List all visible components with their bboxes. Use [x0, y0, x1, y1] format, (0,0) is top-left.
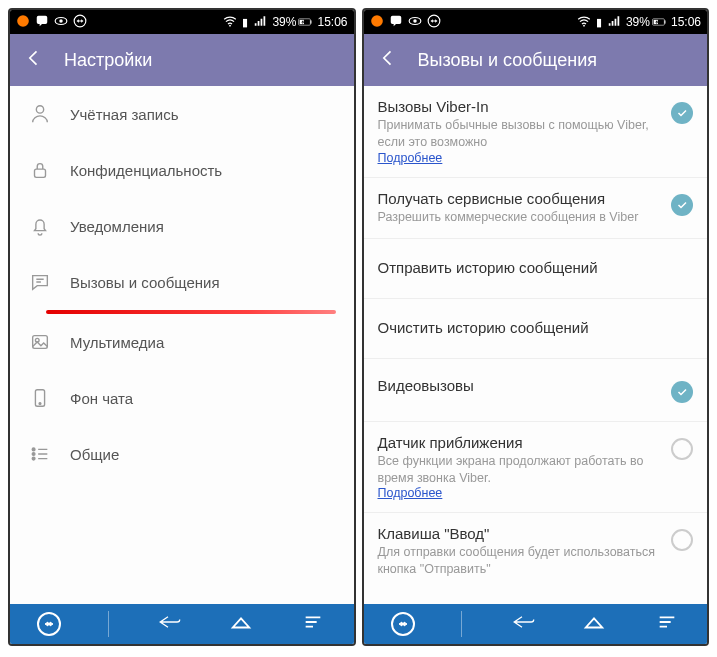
svg-point-19 — [413, 19, 417, 23]
svg-point-2 — [59, 19, 63, 23]
svg-rect-23 — [664, 20, 665, 23]
wifi-icon — [223, 14, 237, 31]
item-service-messages[interactable]: Получать сервисные сообщения Разрешить к… — [364, 178, 708, 239]
chat-icon — [28, 270, 52, 294]
svg-point-0 — [17, 15, 29, 27]
nav-back-icon[interactable] — [155, 611, 181, 637]
calls-messages-list: Вызовы Viber-In Принимать обычные вызовы… — [364, 86, 708, 604]
item-subtitle: Для отправки сообщения будет использоват… — [378, 544, 664, 578]
teamviewer-nav-icon[interactable] — [391, 612, 415, 636]
bell-icon — [28, 214, 52, 238]
item-title: Вызовы Viber-In — [378, 98, 664, 115]
item-title: Датчик приближения — [378, 434, 664, 451]
eye-icon — [408, 14, 422, 31]
item-subtitle: Все функции экрана продолжают работать в… — [378, 453, 664, 487]
app-bar-title: Настройки — [64, 50, 152, 71]
status-bar: ▮ 39% 15:06 — [10, 10, 354, 34]
wifi-icon — [577, 14, 591, 31]
teamviewer-status-icon — [427, 14, 441, 31]
settings-list: Учётная запись Конфиденциальность Уведом… — [10, 86, 354, 604]
settings-label: Конфиденциальность — [70, 162, 222, 179]
back-icon[interactable] — [24, 48, 44, 73]
phone-icon — [28, 386, 52, 410]
teamviewer-nav-icon[interactable] — [37, 612, 61, 636]
item-enter-key[interactable]: Клавиша "Ввод" Для отправки сообщения бу… — [364, 513, 708, 590]
settings-row-notifications[interactable]: Уведомления — [10, 198, 354, 254]
svg-point-8 — [36, 106, 43, 113]
phone-left: ▮ 39% 15:06 Настройки Учётная запись Кон… — [8, 8, 356, 646]
item-video-calls[interactable]: Видеовызовы — [364, 359, 708, 422]
browser-icon — [370, 14, 384, 31]
settings-row-account[interactable]: Учётная запись — [10, 86, 354, 142]
settings-label: Фон чата — [70, 390, 133, 407]
nav-bar — [364, 604, 708, 644]
lock-icon — [28, 158, 52, 182]
item-link[interactable]: Подробнее — [378, 486, 664, 500]
svg-rect-10 — [33, 336, 48, 349]
nav-home-icon[interactable] — [228, 611, 254, 637]
nav-back-icon[interactable] — [509, 611, 535, 637]
settings-row-privacy[interactable]: Конфиденциальность — [10, 142, 354, 198]
clock: 15:06 — [317, 15, 347, 29]
app-bar: Настройки — [10, 34, 354, 86]
checkbox-unchecked-icon[interactable] — [671, 529, 693, 551]
item-title: Отправить историю сообщений — [378, 259, 694, 276]
checkbox-checked-icon[interactable] — [671, 194, 693, 216]
svg-point-15 — [32, 453, 35, 456]
settings-label: Учётная запись — [70, 106, 179, 123]
item-title: Клавиша "Ввод" — [378, 525, 664, 542]
back-icon[interactable] — [378, 48, 398, 73]
svg-point-4 — [230, 24, 232, 26]
browser-icon — [16, 14, 30, 31]
signal-icon: ▮ — [242, 16, 248, 29]
settings-row-background[interactable]: Фон чата — [10, 370, 354, 426]
svg-point-14 — [32, 448, 35, 451]
nav-recent-icon[interactable] — [654, 611, 680, 637]
battery-indicator: 39% — [626, 15, 666, 29]
svg-point-13 — [39, 403, 41, 405]
settings-row-calls-messages[interactable]: Вызовы и сообщения — [10, 254, 354, 310]
viber-icon — [35, 14, 49, 31]
clock: 15:06 — [671, 15, 701, 29]
viber-icon — [389, 14, 403, 31]
svg-point-16 — [32, 457, 35, 460]
item-subtitle: Принимать обычные вызовы с помощью Viber… — [378, 117, 664, 151]
item-send-history[interactable]: Отправить историю сообщений — [364, 239, 708, 299]
item-subtitle: Разрешить коммерческие сообщения в Viber — [378, 209, 664, 226]
settings-label: Уведомления — [70, 218, 164, 235]
signal-bars-icon — [253, 14, 267, 31]
settings-label: Мультимедиа — [70, 334, 164, 351]
checkbox-checked-icon[interactable] — [671, 381, 693, 403]
svg-point-21 — [583, 24, 585, 26]
item-title: Видеовызовы — [378, 377, 664, 394]
signal-bars-icon — [607, 14, 621, 31]
item-proximity[interactable]: Датчик приближения Все функции экрана пр… — [364, 422, 708, 514]
battery-indicator: 39% — [272, 15, 312, 29]
settings-label: Вызовы и сообщения — [70, 274, 220, 291]
signal-icon: ▮ — [596, 16, 602, 29]
nav-bar — [10, 604, 354, 644]
phone-right: ▮ 39% 15:06 Вызовы и сообщения Вызовы Vi… — [362, 8, 710, 646]
svg-point-17 — [371, 15, 383, 27]
item-viber-in[interactable]: Вызовы Viber-In Принимать обычные вызовы… — [364, 86, 708, 178]
teamviewer-status-icon — [73, 14, 87, 31]
item-clear-history[interactable]: Очистить историю сообщений — [364, 299, 708, 359]
nav-recent-icon[interactable] — [300, 611, 326, 637]
list-icon — [28, 442, 52, 466]
nav-home-icon[interactable] — [581, 611, 607, 637]
item-title: Получать сервисные сообщения — [378, 190, 664, 207]
settings-row-media[interactable]: Мультимедиа — [10, 314, 354, 370]
settings-label: Общие — [70, 446, 119, 463]
app-bar-title: Вызовы и сообщения — [418, 50, 597, 71]
checkbox-checked-icon[interactable] — [671, 102, 693, 124]
svg-rect-6 — [311, 20, 312, 23]
status-bar: ▮ 39% 15:06 — [364, 10, 708, 34]
user-icon — [28, 102, 52, 126]
settings-row-general[interactable]: Общие — [10, 426, 354, 482]
item-link[interactable]: Подробнее — [378, 151, 664, 165]
eye-icon — [54, 14, 68, 31]
image-icon — [28, 330, 52, 354]
svg-rect-9 — [35, 169, 46, 177]
checkbox-unchecked-icon[interactable] — [671, 438, 693, 460]
item-title: Очистить историю сообщений — [378, 319, 694, 336]
